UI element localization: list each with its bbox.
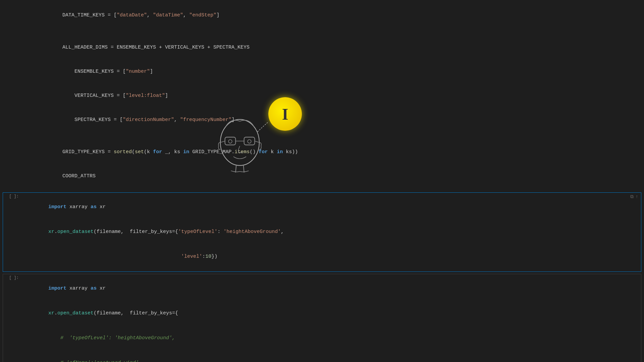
code-line: import xarray as xr [24,276,638,301]
code-line: ALL_HEADER_DIMS = ENSEMBLE_KEYS + VERTIC… [20,36,644,60]
code-line: SPECTRA_KEYS = ["directionNumber", "freq… [20,108,644,132]
cell-content-2[interactable]: import xarray as xr xr.open_dataset(file… [21,274,641,362]
code-line: xr.open_dataset(filename, filter_by_keys… [24,220,638,244]
cell-1[interactable]: [ ]: import xarray as xr xr.open_dataset… [3,192,641,272]
code-line: import xarray as xr [24,195,638,220]
code-line: VERTICAL_KEYS = ["level:float"] [20,84,644,108]
code-line: ENSEMBLE_KEYS = ["number"] [20,60,644,84]
notebook: DATA_TIME_KEYS = ["dataDate", "dataTime"… [0,0,644,362]
cell-number-2: [ ]: [9,276,19,280]
code-line: GRID_TYPE_KEYS = sorted(set(k for _, ks … [20,140,644,164]
cell-gutter-2: [ ]: [3,274,21,362]
code-line: 'level':10}) [24,245,638,269]
cell-toolbar-1: ⧉ ↑ [630,194,638,199]
cell-number-1: [ ]: [9,194,19,199]
code-line: xr.open_dataset(filename, filter_by_keys… [24,301,638,326]
cell-content-1[interactable]: import xarray as xr xr.open_dataset(file… [21,193,641,272]
cell-gutter-1: [ ]: [3,193,21,272]
code-line: # 'cfName':'eastward_wind', [24,351,638,362]
code-line: # 'typeOfLevel': 'heightAboveGround', [24,326,638,351]
code-line: DATA_TIME_KEYS = ["dataDate", "dataTime"… [20,3,644,27]
code-line: COORD_ATTRS [20,164,644,188]
copy-icon[interactable]: ⧉ [630,194,634,199]
code-line [20,27,644,36]
cell-2[interactable]: [ ]: import xarray as xr xr.open_dataset… [3,274,641,362]
expand-icon[interactable]: ↑ [636,194,638,199]
top-code-block: DATA_TIME_KEYS = ["dataDate", "dataTime"… [0,0,644,192]
code-line [20,132,644,140]
